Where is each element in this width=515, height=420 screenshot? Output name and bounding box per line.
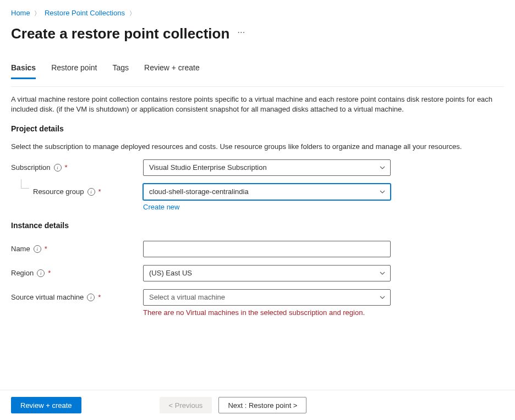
label-source-vm: Source virtual machine <box>11 292 84 302</box>
section-desc-project: Select the subscription to manage deploy… <box>11 142 504 152</box>
chevron-down-icon <box>379 294 386 301</box>
select-subscription[interactable]: Visual Studio Enterprise Subscription <box>143 159 391 176</box>
tab-restore-point[interactable]: Restore point <box>51 59 97 80</box>
next-button[interactable]: Next : Restore point > <box>218 397 306 413</box>
tabs: Basics Restore point Tags Review + creat… <box>11 59 504 80</box>
link-create-new[interactable]: Create new <box>143 202 179 212</box>
required-indicator: * <box>98 187 101 197</box>
section-heading-instance: Instance details <box>11 220 504 231</box>
required-indicator: * <box>65 163 68 173</box>
error-text-source-vm: There are no Virtual machines in the sel… <box>143 308 391 318</box>
select-source-vm[interactable]: Select a virtual machine <box>143 289 391 306</box>
chevron-down-icon <box>379 164 386 171</box>
review-create-button[interactable]: Review + create <box>11 397 81 413</box>
tab-tags[interactable]: Tags <box>112 59 129 80</box>
info-icon[interactable]: i <box>34 245 41 253</box>
info-icon[interactable]: i <box>54 164 62 172</box>
label-region: Region <box>11 268 34 278</box>
label-name: Name <box>11 244 30 254</box>
intro-text: A virtual machine restore point collecti… <box>11 95 504 114</box>
chevron-down-icon <box>379 189 386 195</box>
tab-review-create[interactable]: Review + create <box>144 59 200 80</box>
required-indicator: * <box>98 292 101 302</box>
label-subscription: Subscription <box>11 163 51 173</box>
select-region-value: (US) East US <box>149 268 192 278</box>
select-region[interactable]: (US) East US <box>143 265 391 281</box>
select-resource-group-value: cloud-shell-storage-centralindia <box>149 187 249 197</box>
chevron-right-icon: 〉 <box>34 10 40 16</box>
divider <box>11 86 504 87</box>
chevron-right-icon: 〉 <box>129 10 135 16</box>
tab-basics[interactable]: Basics <box>11 59 36 80</box>
breadcrumb: Home 〉 Restore Point Collections 〉 <box>11 8 504 18</box>
more-actions-icon[interactable]: ··· <box>237 26 245 41</box>
required-indicator: * <box>48 268 51 278</box>
section-heading-project: Project details <box>11 124 504 135</box>
select-source-vm-value: Select a virtual machine <box>149 292 225 302</box>
info-icon[interactable]: i <box>87 294 95 301</box>
chevron-down-icon <box>379 270 386 277</box>
label-resource-group: Resource group <box>33 187 84 197</box>
page-title: Create a restore point collection <box>11 24 229 43</box>
breadcrumb-link-home[interactable]: Home <box>11 9 30 17</box>
input-name[interactable] <box>143 241 391 257</box>
previous-button: < Previous <box>160 397 212 413</box>
info-icon[interactable]: i <box>87 188 95 196</box>
select-resource-group[interactable]: cloud-shell-storage-centralindia <box>143 184 391 200</box>
breadcrumb-link-restore-point-collections[interactable]: Restore Point Collections <box>45 9 125 17</box>
info-icon[interactable]: i <box>37 269 45 277</box>
select-subscription-value: Visual Studio Enterprise Subscription <box>149 163 267 173</box>
required-indicator: * <box>45 244 47 254</box>
footer: Review + create < Previous Next : Restor… <box>0 390 515 420</box>
